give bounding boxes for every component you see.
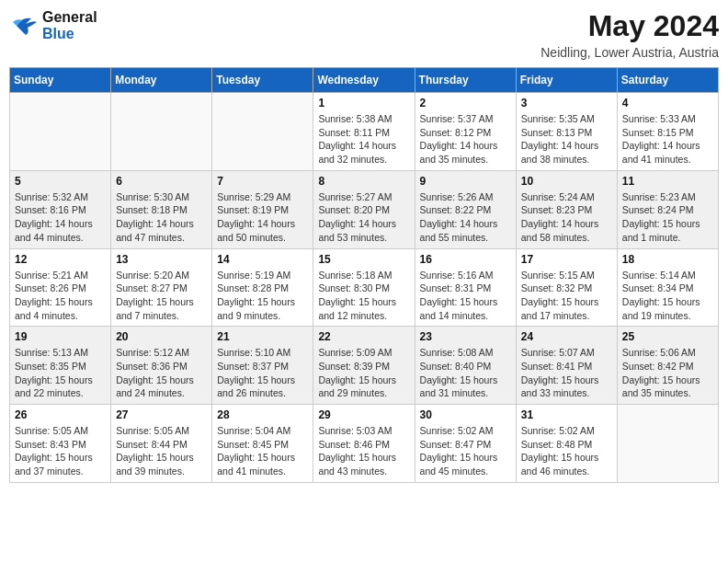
calendar-day-cell: 15Sunrise: 5:18 AM Sunset: 8:30 PM Dayli… — [313, 248, 415, 327]
day-number: 5 — [15, 175, 106, 188]
logo: General Blue — [9, 9, 97, 42]
calendar-day-cell: 27Sunrise: 5:05 AM Sunset: 8:44 PM Dayli… — [111, 405, 212, 483]
calendar-day-cell: 10Sunrise: 5:24 AM Sunset: 8:23 PM Dayli… — [516, 170, 617, 248]
calendar-day-cell: 8Sunrise: 5:27 AM Sunset: 8:20 PM Daylig… — [313, 170, 415, 248]
calendar-day-cell — [111, 93, 212, 171]
calendar-day-cell: 29Sunrise: 5:03 AM Sunset: 8:46 PM Dayli… — [313, 405, 415, 483]
day-number: 26 — [15, 408, 106, 421]
calendar-day-cell — [10, 93, 111, 171]
day-info: Sunrise: 5:32 AM Sunset: 8:16 PM Dayligh… — [15, 190, 106, 245]
day-info: Sunrise: 5:02 AM Sunset: 8:47 PM Dayligh… — [420, 424, 511, 478]
day-info: Sunrise: 5:05 AM Sunset: 8:44 PM Dayligh… — [116, 424, 207, 478]
day-number: 18 — [622, 253, 713, 266]
day-info: Sunrise: 5:12 AM Sunset: 8:36 PM Dayligh… — [116, 346, 207, 400]
day-info: Sunrise: 5:19 AM Sunset: 8:28 PM Dayligh… — [217, 269, 308, 323]
calendar-day-cell: 28Sunrise: 5:04 AM Sunset: 8:45 PM Dayli… — [212, 405, 313, 483]
day-number: 17 — [521, 253, 612, 266]
day-info: Sunrise: 5:23 AM Sunset: 8:24 PM Dayligh… — [622, 190, 713, 245]
calendar-day-cell: 9Sunrise: 5:26 AM Sunset: 8:22 PM Daylig… — [415, 170, 516, 248]
day-number: 21 — [217, 330, 308, 343]
day-info: Sunrise: 5:20 AM Sunset: 8:27 PM Dayligh… — [116, 269, 207, 323]
location-subtitle: Neidling, Lower Austria, Austria — [540, 45, 719, 60]
day-number: 20 — [116, 330, 207, 343]
day-info: Sunrise: 5:03 AM Sunset: 8:46 PM Dayligh… — [318, 424, 409, 478]
day-info: Sunrise: 5:21 AM Sunset: 8:26 PM Dayligh… — [15, 269, 106, 323]
day-number: 28 — [217, 408, 308, 421]
calendar-week-row: 5Sunrise: 5:32 AM Sunset: 8:16 PM Daylig… — [10, 170, 719, 248]
calendar-day-cell: 31Sunrise: 5:02 AM Sunset: 8:48 PM Dayli… — [516, 405, 617, 483]
calendar-day-cell: 3Sunrise: 5:35 AM Sunset: 8:13 PM Daylig… — [516, 93, 617, 171]
calendar-week-row: 19Sunrise: 5:13 AM Sunset: 8:35 PM Dayli… — [10, 327, 719, 405]
day-info: Sunrise: 5:16 AM Sunset: 8:31 PM Dayligh… — [420, 269, 511, 323]
day-info: Sunrise: 5:02 AM Sunset: 8:48 PM Dayligh… — [521, 424, 612, 478]
day-number: 3 — [521, 97, 612, 109]
logo-icon — [9, 13, 39, 39]
weekday-header: Monday — [111, 68, 212, 93]
day-info: Sunrise: 5:24 AM Sunset: 8:23 PM Dayligh… — [521, 190, 612, 245]
calendar-day-cell: 12Sunrise: 5:21 AM Sunset: 8:26 PM Dayli… — [10, 248, 111, 327]
day-number: 8 — [318, 175, 409, 188]
calendar-day-cell: 19Sunrise: 5:13 AM Sunset: 8:35 PM Dayli… — [10, 327, 111, 405]
calendar-day-cell: 25Sunrise: 5:06 AM Sunset: 8:42 PM Dayli… — [617, 327, 718, 405]
day-info: Sunrise: 5:15 AM Sunset: 8:32 PM Dayligh… — [521, 269, 612, 323]
day-info: Sunrise: 5:18 AM Sunset: 8:30 PM Dayligh… — [318, 269, 409, 323]
calendar-week-row: 1Sunrise: 5:38 AM Sunset: 8:11 PM Daylig… — [10, 93, 719, 171]
day-number: 15 — [318, 253, 409, 266]
day-info: Sunrise: 5:06 AM Sunset: 8:42 PM Dayligh… — [622, 346, 713, 400]
calendar-table: SundayMondayTuesdayWednesdayThursdayFrid… — [9, 67, 719, 483]
day-number: 6 — [116, 175, 207, 188]
calendar-day-cell: 20Sunrise: 5:12 AM Sunset: 8:36 PM Dayli… — [111, 327, 212, 405]
month-year-title: May 2024 — [540, 9, 719, 43]
day-number: 14 — [217, 253, 308, 266]
calendar-day-cell: 2Sunrise: 5:37 AM Sunset: 8:12 PM Daylig… — [415, 93, 516, 171]
calendar-day-cell: 11Sunrise: 5:23 AM Sunset: 8:24 PM Dayli… — [617, 170, 718, 248]
day-number: 11 — [622, 175, 713, 188]
calendar-day-cell: 6Sunrise: 5:30 AM Sunset: 8:18 PM Daylig… — [111, 170, 212, 248]
day-number: 27 — [116, 408, 207, 421]
day-number: 24 — [521, 330, 612, 343]
calendar-week-row: 12Sunrise: 5:21 AM Sunset: 8:26 PM Dayli… — [10, 248, 719, 327]
day-number: 23 — [420, 330, 511, 343]
day-number: 30 — [420, 408, 511, 421]
day-number: 7 — [217, 175, 308, 188]
day-number: 10 — [521, 175, 612, 188]
day-info: Sunrise: 5:13 AM Sunset: 8:35 PM Dayligh… — [15, 346, 106, 400]
day-info: Sunrise: 5:05 AM Sunset: 8:43 PM Dayligh… — [15, 424, 106, 478]
calendar-day-cell: 17Sunrise: 5:15 AM Sunset: 8:32 PM Dayli… — [516, 248, 617, 327]
day-number: 29 — [318, 408, 409, 421]
day-info: Sunrise: 5:29 AM Sunset: 8:19 PM Dayligh… — [217, 190, 308, 245]
day-number: 9 — [420, 175, 511, 188]
day-info: Sunrise: 5:30 AM Sunset: 8:18 PM Dayligh… — [116, 190, 207, 245]
day-info: Sunrise: 5:33 AM Sunset: 8:15 PM Dayligh… — [622, 112, 713, 167]
logo-text: General Blue — [42, 9, 97, 42]
calendar-day-cell: 23Sunrise: 5:08 AM Sunset: 8:40 PM Dayli… — [415, 327, 516, 405]
day-info: Sunrise: 5:04 AM Sunset: 8:45 PM Dayligh… — [217, 424, 308, 478]
day-info: Sunrise: 5:38 AM Sunset: 8:11 PM Dayligh… — [318, 112, 409, 167]
calendar-day-cell: 13Sunrise: 5:20 AM Sunset: 8:27 PM Dayli… — [111, 248, 212, 327]
calendar-day-cell: 5Sunrise: 5:32 AM Sunset: 8:16 PM Daylig… — [10, 170, 111, 248]
calendar-day-cell — [212, 93, 313, 171]
day-number: 25 — [622, 330, 713, 343]
calendar-day-cell — [617, 405, 718, 483]
calendar-week-row: 26Sunrise: 5:05 AM Sunset: 8:43 PM Dayli… — [10, 405, 719, 483]
day-number: 31 — [521, 408, 612, 421]
weekday-header: Wednesday — [313, 68, 415, 93]
calendar-day-cell: 24Sunrise: 5:07 AM Sunset: 8:41 PM Dayli… — [516, 327, 617, 405]
weekday-header: Tuesday — [212, 68, 313, 93]
calendar-day-cell: 4Sunrise: 5:33 AM Sunset: 8:15 PM Daylig… — [617, 93, 718, 171]
calendar-day-cell: 30Sunrise: 5:02 AM Sunset: 8:47 PM Dayli… — [415, 405, 516, 483]
calendar-day-cell: 18Sunrise: 5:14 AM Sunset: 8:34 PM Dayli… — [617, 248, 718, 327]
day-number: 12 — [15, 253, 106, 266]
day-info: Sunrise: 5:37 AM Sunset: 8:12 PM Dayligh… — [420, 112, 511, 167]
day-number: 16 — [420, 253, 511, 266]
weekday-header: Sunday — [10, 68, 111, 93]
day-number: 2 — [420, 97, 511, 109]
day-info: Sunrise: 5:35 AM Sunset: 8:13 PM Dayligh… — [521, 112, 612, 167]
calendar-day-cell: 26Sunrise: 5:05 AM Sunset: 8:43 PM Dayli… — [10, 405, 111, 483]
day-info: Sunrise: 5:14 AM Sunset: 8:34 PM Dayligh… — [622, 269, 713, 323]
day-number: 19 — [15, 330, 106, 343]
calendar-day-cell: 16Sunrise: 5:16 AM Sunset: 8:31 PM Dayli… — [415, 248, 516, 327]
day-info: Sunrise: 5:10 AM Sunset: 8:37 PM Dayligh… — [217, 346, 308, 400]
calendar-header-row: SundayMondayTuesdayWednesdayThursdayFrid… — [10, 68, 719, 93]
day-info: Sunrise: 5:08 AM Sunset: 8:40 PM Dayligh… — [420, 346, 511, 400]
